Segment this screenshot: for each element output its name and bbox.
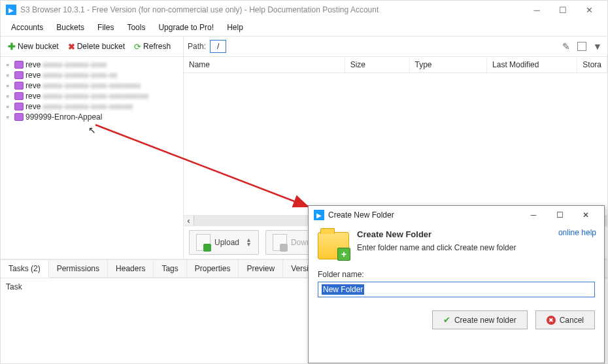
view-icon[interactable]	[576, 41, 588, 52]
expander-icon[interactable]: ▫	[3, 71, 12, 80]
close-button[interactable]: ✕	[576, 2, 602, 18]
check-icon: ✔	[443, 315, 450, 325]
dialog-titlebar[interactable]: ▶ Create New Folder ─ ☐ ✕	[309, 206, 604, 224]
list-body[interactable]	[184, 73, 607, 215]
tree-item[interactable]: ▫ reve xxxxx-xxxxxx-xxxx-xx	[2, 70, 182, 80]
dialog-close-button[interactable]: ✕	[573, 207, 599, 223]
upload-icon	[196, 234, 211, 251]
bucket-icon	[14, 61, 24, 69]
tree-label-blur: xxxxx-xxxxxx-xxxx	[42, 60, 107, 69]
filter-icon[interactable]: ▼	[592, 41, 603, 52]
dialog-buttons: ✔ Create new folder ✖ Cancel	[309, 297, 604, 329]
menu-upgrade[interactable]: Upgrade to Pro!	[152, 20, 220, 35]
dialog-field: Folder name: New Folder	[309, 265, 604, 297]
tree-item[interactable]: ▫ reve xxxxx-xxxxxx-xxxx-xxxxxxxxxx	[2, 91, 182, 101]
cancel-label: Cancel	[560, 316, 584, 325]
tree-label-blur: xxxxx-xxxxxx-xxxx-xx	[42, 71, 117, 80]
scroll-left-button[interactable]: ‹	[184, 216, 194, 226]
bucket-icon	[14, 71, 24, 79]
tree-label: reve	[25, 102, 41, 111]
refresh-button[interactable]: ⟳ Refresh	[131, 40, 174, 54]
expander-icon[interactable]: ▫	[3, 102, 12, 111]
tab-headers[interactable]: Headers	[108, 260, 154, 277]
tab-permissions[interactable]: Permissions	[49, 260, 108, 277]
col-name[interactable]: Name	[184, 57, 345, 73]
new-bucket-button[interactable]: ✚ New bucket	[5, 39, 62, 54]
refresh-label: Refresh	[143, 42, 171, 51]
tree-label: reve	[25, 60, 41, 69]
bucket-tree[interactable]: ▫ reve xxxxx-xxxxxx-xxxx ▫ reve xxxxx-xx…	[1, 57, 184, 259]
dialog-subtext: Enter folder name and click Create new f…	[357, 243, 516, 252]
maximize-button[interactable]: ☐	[550, 2, 576, 18]
online-help-link[interactable]: online help	[558, 228, 596, 237]
bucket-icon	[14, 82, 24, 90]
delete-bucket-label: Delete bucket	[77, 42, 125, 51]
create-folder-label: Create new folder	[454, 316, 516, 325]
upload-label: Upload	[214, 238, 239, 247]
folder-name-input[interactable]: New Folder	[318, 282, 595, 297]
menu-buckets[interactable]: Buckets	[50, 20, 91, 35]
create-folder-dialog: ▶ Create New Folder ─ ☐ ✕ online help Cr…	[308, 205, 605, 363]
path-toolbar: Path: / ✎ ▼	[184, 37, 607, 56]
tab-tasks[interactable]: Tasks (2)	[1, 260, 49, 278]
cursor-icon: ↖	[88, 125, 96, 135]
bucket-toolbar: ✚ New bucket ✖ Delete bucket ⟳ Refresh	[1, 37, 184, 56]
expander-icon[interactable]: ▫	[3, 91, 12, 101]
expander-icon[interactable]: ▫	[3, 112, 12, 122]
path-label: Path:	[188, 42, 206, 51]
tree-label-blur: xxxxx-xxxxxx-xxxx-xxxxxx	[42, 102, 133, 111]
expander-icon[interactable]: ▫	[3, 60, 12, 69]
tab-preview[interactable]: Preview	[239, 260, 283, 277]
new-folder-icon	[318, 232, 349, 259]
tree-item-enron[interactable]: ▫ 999999-Enron-Appeal	[2, 112, 182, 122]
dialog-title: Create New Folder	[328, 210, 394, 220]
bucket-icon	[14, 92, 24, 100]
menu-files[interactable]: Files	[91, 20, 120, 35]
window-title: S3 Browser 10.3.1 - Free Version (for no…	[20, 5, 379, 14]
tree-item[interactable]: ▫ reve xxxxx-xxxxxx-xxxx	[2, 59, 182, 70]
cancel-icon: ✖	[547, 316, 556, 325]
menu-help[interactable]: Help	[220, 20, 250, 35]
col-size[interactable]: Size	[345, 57, 410, 73]
titlebar: ▶ S3 Browser 10.3.1 - Free Version (for …	[1, 1, 607, 19]
dialog-heading: Create New Folder	[357, 229, 516, 239]
folder-name-value: New Folder	[322, 284, 364, 295]
menubar: Accounts Buckets Files Tools Upgrade to …	[1, 19, 607, 37]
tree-label: reve	[25, 71, 41, 80]
bucket-icon	[14, 103, 24, 110]
tree-label: reve	[25, 91, 41, 101]
menu-accounts[interactable]: Accounts	[5, 20, 50, 35]
upload-button[interactable]: Upload ▲▼	[189, 230, 259, 255]
dialog-minimize-button[interactable]: ─	[520, 207, 547, 223]
col-modified[interactable]: Last Modified	[487, 57, 577, 73]
plus-icon: ✚	[8, 41, 16, 52]
tree-item[interactable]: ▫ reve xxxxx-xxxxxx-xxxx-xxxxxxxx	[2, 80, 182, 91]
col-storage[interactable]: Stora	[577, 57, 607, 73]
delete-icon: ✖	[68, 42, 75, 52]
edit-icon[interactable]: ✎	[560, 41, 572, 52]
refresh-icon: ⟳	[134, 42, 141, 52]
dialog-app-icon: ▶	[314, 210, 324, 220]
dialog-maximize-button[interactable]: ☐	[547, 207, 573, 223]
dropdown-icon: ▲▼	[246, 238, 252, 247]
col-type[interactable]: Type	[410, 57, 488, 73]
tree-label: 999999-Enron-Appeal	[25, 112, 102, 122]
delete-bucket-button[interactable]: ✖ Delete bucket	[65, 40, 128, 54]
create-folder-button[interactable]: ✔ Create new folder	[432, 310, 528, 329]
tree-label: reve	[25, 81, 41, 90]
expander-icon[interactable]: ▫	[3, 81, 12, 90]
new-bucket-label: New bucket	[18, 42, 59, 51]
tab-tags[interactable]: Tags	[154, 260, 186, 277]
tree-label-blur: xxxxx-xxxxxx-xxxx-xxxxxxxx	[42, 81, 141, 90]
minimize-button[interactable]: ─	[524, 2, 550, 18]
folder-name-label: Folder name:	[318, 270, 595, 279]
menu-tools[interactable]: Tools	[120, 20, 152, 35]
tree-item[interactable]: ▫ reve xxxxx-xxxxxx-xxxx-xxxxxx	[2, 101, 182, 112]
toolbar-row: ✚ New bucket ✖ Delete bucket ⟳ Refresh P…	[1, 37, 607, 57]
bucket-icon	[14, 113, 24, 121]
list-header: Name Size Type Last Modified Stora	[184, 57, 607, 73]
tab-properties[interactable]: Properties	[187, 260, 239, 277]
cancel-button[interactable]: ✖ Cancel	[535, 310, 595, 329]
path-input[interactable]: /	[210, 40, 226, 53]
app-icon: ▶	[6, 5, 16, 15]
